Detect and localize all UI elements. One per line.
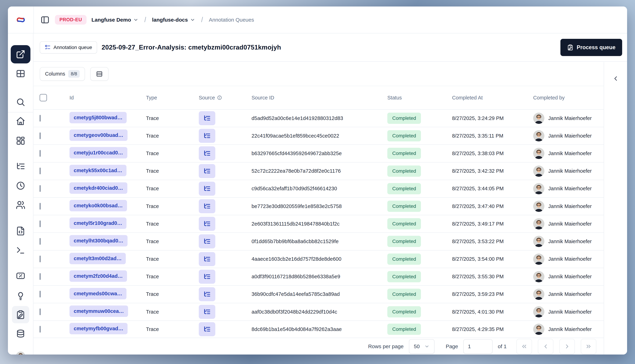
item-id-badge[interactable]: cmetylt3m00d2ad… [70,253,126,264]
item-id-badge[interactable]: cmetygeov00buad… [70,130,128,141]
table-row[interactable]: cmetymmuw00cea… Trace aaf0c38db0f3f2048b… [34,303,604,320]
user-avatar[interactable] [13,349,28,354]
source-trace-button[interactable] [199,252,215,266]
rows-per-page-select[interactable]: 50 [409,339,435,354]
source-trace-button[interactable] [199,322,215,336]
sidebar-item-prompts[interactable] [16,226,25,236]
column-header-completed-by[interactable]: Completed by [533,95,604,101]
item-id-badge[interactable]: cmetykdr400ciad0… [70,182,127,194]
last-page-button[interactable] [581,339,596,354]
row-checkbox[interactable] [40,185,41,192]
table-row[interactable]: cmetyk55x00c1ad… Trace 52c72c2222ea78e0b… [34,162,604,180]
source-trace-button[interactable] [199,234,215,248]
completed-by-cell: Jannik Maierhoefer [533,166,604,177]
column-header-type[interactable]: Type [146,95,199,101]
sidebar-item-scores[interactable] [16,271,25,280]
sidebar-item-sessions[interactable] [16,181,25,190]
source-trace-button[interactable] [199,270,215,284]
avatar [533,218,544,230]
item-id-badge[interactable]: cmetyko0k00bsad… [70,200,127,211]
column-header-source[interactable]: Source [199,95,252,101]
row-checkbox[interactable] [40,115,41,122]
source-trace-button[interactable] [199,146,215,160]
source-trace-button[interactable] [199,305,215,319]
item-id-badge[interactable]: cmetyl5r100grad0… [70,218,126,229]
table-row[interactable]: cmetyl5r100grad0… Trace 2e603f31361115db… [34,215,604,232]
previous-page-button[interactable] [538,339,553,354]
columns-button[interactable]: Columns 8/8 [40,67,85,81]
sidebar-item-playground[interactable] [16,246,25,255]
source-trace-button[interactable] [199,182,215,196]
row-checkbox[interactable] [40,326,41,332]
sidebar-item-search[interactable] [16,97,25,107]
table-row[interactable]: cmetym2fz00d4ad… Trace a0df3f901167218d8… [34,268,604,285]
row-checkbox[interactable] [40,291,41,298]
table-row[interactable]: cmetylt3m00d2ad… Trace 4aaece1603cb2e16d… [34,250,604,268]
pagination [516,339,596,354]
source-trace-button[interactable] [199,164,215,178]
table-row[interactable]: cmetyko0k00bsad… Trace be7723e30d8020559… [34,197,604,215]
environment-badge[interactable]: PROD-EU [55,15,87,24]
row-checkbox[interactable] [40,220,41,227]
row-height-button[interactable] [90,67,109,81]
column-header-status[interactable]: Status [387,95,452,101]
status-badge: Completed [387,254,421,265]
sidebar-item-annotation-queues[interactable] [12,306,29,323]
next-page-button[interactable] [559,339,575,354]
table-row[interactable]: cmetygeov00buad… Trace 22c41f09acae5b1ef… [34,127,604,144]
row-checkbox[interactable] [40,273,41,280]
column-header-source-id[interactable]: Source ID [252,95,387,101]
first-page-button[interactable] [516,339,532,354]
breadcrumb-org[interactable]: Langfuse Demo [91,17,138,23]
row-checkbox[interactable] [40,203,41,210]
row-checkbox[interactable] [40,168,41,174]
table-row[interactable]: cmetymeds00cwa… Trace 36b90cdfc47e5da14e… [34,285,604,303]
annotation-queue-type-badge[interactable]: Annotation queue [40,41,97,54]
sidebar-item-evaluators[interactable] [16,290,25,300]
sidebar-item-users[interactable] [16,200,25,210]
source-trace-button[interactable] [199,199,215,213]
open-external-button[interactable] [11,45,31,64]
sidebar-item-tracing[interactable] [16,162,25,171]
item-id-badge[interactable]: cmetymmuw00cea… [70,306,128,317]
breadcrumb-project[interactable]: langfuse-docs [152,17,195,23]
sidebar-item-dashboards[interactable] [16,136,25,146]
status-badge: Completed [387,112,421,124]
source-trace-button[interactable] [199,111,215,125]
trace-tree-icon [203,132,211,140]
item-id-badge[interactable]: cmetyk55x00c1ad… [70,165,126,176]
table-row[interactable]: cmetymyfb00gvad… Trace 8dc69b1ba1e540b4d… [34,320,604,338]
process-queue-button[interactable]: Process queue [560,39,622,56]
select-all-checkbox[interactable] [40,94,47,101]
table-row[interactable]: cmetyg5j800bwad… Trace d5ad9d52a00c6e14e… [34,109,604,127]
page-number-input[interactable]: 1 [463,339,493,354]
row-checkbox[interactable] [40,308,41,315]
column-header-id[interactable]: Id [70,95,146,101]
sidebar-toggle-button[interactable] [40,15,50,25]
source-trace-button[interactable] [199,287,215,301]
item-id-badge[interactable]: cmetymyfb00gvad… [70,323,128,334]
table-row[interactable]: cmetykdr400ciad0… Trace c9d56ca32efaff1b… [34,180,604,197]
sidebar-item-datasets[interactable] [16,329,25,339]
langfuse-logo-icon [16,15,26,25]
item-id-badge[interactable]: cmetymeds00cwa… [70,288,126,299]
source-trace-button[interactable] [199,217,215,231]
sidebar-divider [8,112,33,112]
sidebar-item-home[interactable] [16,116,25,126]
row-checkbox[interactable] [40,256,41,262]
item-id-badge[interactable]: cmetym2fz00d4ad… [70,270,127,282]
app-logo[interactable] [8,6,34,33]
row-checkbox[interactable] [40,132,41,139]
item-id-badge[interactable]: cmetyg5j800bwad… [70,112,127,123]
row-checkbox[interactable] [40,238,41,245]
expand-panel-button[interactable] [610,73,621,84]
row-checkbox[interactable] [40,150,41,157]
table-row[interactable]: cmetyju1r00ccad0… Trace b63297665cfd4439… [34,144,604,162]
item-id-badge[interactable]: cmetyju1r00ccad0… [70,147,127,158]
column-header-completed-at[interactable]: Completed At [452,95,533,101]
source-trace-button[interactable] [199,129,215,143]
sidebar-item-tables[interactable] [16,69,25,78]
completed-by-name: Jannik Maierhoefer [548,204,592,209]
table-row[interactable]: cmetylht300bqad0… Trace 0f1dd65b7bb9bf6b… [34,232,604,250]
item-id-badge[interactable]: cmetylht300bqad0… [70,235,128,246]
